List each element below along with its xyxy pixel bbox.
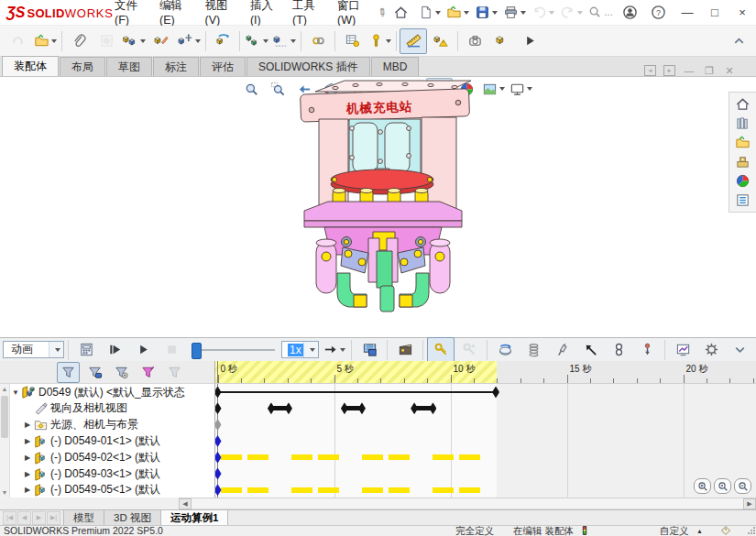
dropdown-caret-icon[interactable]	[499, 87, 505, 91]
tab-MBD[interactable]: MBD	[371, 57, 420, 76]
save-animation-icon[interactable]	[356, 337, 383, 363]
tab-布局[interactable]: 布局	[60, 57, 105, 76]
resize-grip[interactable]	[747, 526, 755, 534]
play-icon[interactable]	[129, 337, 157, 363]
dropdown-caret-icon[interactable]	[340, 348, 345, 352]
open-icon[interactable]	[444, 0, 471, 26]
edit-component-icon[interactable]	[148, 28, 175, 54]
zoom-fit-icon[interactable]	[238, 78, 264, 100]
speed-select[interactable]: 1x	[281, 341, 319, 358]
tab-评估[interactable]: 评估	[200, 57, 246, 76]
appearances-icon[interactable]	[729, 171, 756, 191]
calculate-icon[interactable]	[72, 337, 100, 363]
last-tab-icon[interactable]: ▶|	[47, 511, 60, 525]
dropdown-caret-icon[interactable]	[492, 11, 498, 15]
bottom-tab-3D 视图[interactable]: 3D 视图	[104, 510, 161, 525]
file-explorer-icon[interactable]	[729, 133, 756, 152]
expander-collapsed-icon[interactable]: ▶	[22, 437, 33, 445]
tree-scrollbar[interactable]: ▲ ▼	[0, 384, 10, 498]
spring-icon[interactable]	[520, 337, 547, 363]
tree-item[interactable]: ▶(-) D0549-02<1> (默认	[10, 449, 214, 465]
damper-icon[interactable]	[548, 337, 575, 363]
home-icon[interactable]	[387, 0, 414, 26]
dropdown-caret-icon[interactable]	[435, 11, 441, 15]
filter-selected-icon[interactable]	[137, 362, 159, 383]
mates-icon[interactable]	[304, 28, 332, 54]
dropdown-caret-icon[interactable]	[140, 39, 146, 43]
tab-SOLIDWORKS 插件[interactable]: SOLIDWORKS 插件	[247, 57, 370, 76]
first-tab-icon[interactable]: |◀	[3, 511, 16, 525]
show-hidden-components-icon[interactable]	[270, 28, 298, 54]
dropdown-caret-icon[interactable]	[290, 39, 296, 43]
motion-study-properties-icon[interactable]	[697, 337, 725, 363]
account-icon[interactable]	[616, 0, 643, 26]
motor-icon[interactable]	[491, 337, 519, 363]
doc-window-left-icon[interactable]: ◂	[644, 65, 656, 76]
view-palette-icon[interactable]	[729, 152, 756, 171]
bottom-tab-运动算例1[interactable]: 运动算例1	[160, 510, 228, 525]
tree-item[interactable]: ▶(-) D0549-05<1> (默认	[10, 482, 214, 498]
dropdown-caret-icon[interactable]	[520, 11, 526, 15]
expander-collapsed-icon[interactable]: ▶	[22, 454, 33, 462]
custom-properties-icon[interactable]	[729, 191, 756, 210]
next-tab-icon[interactable]: ▶	[32, 511, 46, 525]
new-document-icon[interactable]	[415, 0, 443, 26]
expander-collapsed-icon[interactable]: ▶	[22, 470, 33, 478]
force-icon[interactable]	[576, 337, 604, 363]
gravity-icon[interactable]	[633, 337, 661, 363]
dropdown-caret-icon[interactable]	[386, 39, 391, 43]
scrollbar-thumb[interactable]	[1, 396, 8, 438]
timeline-scrollbar[interactable]: ◀ ▶	[179, 498, 756, 509]
snapshot-icon[interactable]	[461, 28, 488, 54]
autokey-icon[interactable]	[427, 337, 455, 363]
timeline-tracks[interactable]	[215, 384, 756, 498]
expander-collapsed-icon[interactable]: ▶	[22, 486, 33, 494]
minimize-button[interactable]: —	[674, 1, 701, 25]
dropdown-caret-icon[interactable]	[464, 11, 469, 15]
toolbar-collapse-button[interactable]	[725, 28, 752, 54]
prev-tab-icon[interactable]: ◀	[17, 511, 31, 525]
rotate-component-icon[interactable]	[209, 28, 236, 54]
filter-all-icon[interactable]	[57, 362, 80, 383]
assembly-features-icon[interactable]	[338, 28, 366, 54]
scroll-right-icon[interactable]: ▶	[743, 498, 756, 509]
duration-bar[interactable]	[218, 391, 497, 393]
tag-icon[interactable]	[720, 525, 731, 536]
doc-restore-button[interactable]: ❐	[703, 65, 716, 76]
doc-minimize-button[interactable]: —	[683, 65, 696, 76]
model-3d-view[interactable]: 机械充电站	[291, 77, 475, 317]
maximize-button[interactable]: □	[701, 1, 729, 25]
zoom-area-icon[interactable]	[265, 78, 290, 100]
play-from-start-icon[interactable]	[101, 337, 128, 363]
close-button[interactable]: ×	[729, 1, 756, 25]
dropdown-caret-icon[interactable]	[527, 87, 532, 91]
filter-animated-icon[interactable]	[83, 362, 106, 383]
tree-item[interactable]: ▼D0549 (默认) <默认_显示状态	[10, 384, 214, 400]
timeline-zoom-fit-button[interactable]	[714, 478, 731, 494]
changed-bar[interactable]	[221, 487, 488, 493]
apply-scene-icon[interactable]	[480, 78, 507, 100]
custom-menu-arrow-icon[interactable]: ▲	[696, 526, 703, 536]
playback-mode-icon[interactable]	[320, 337, 347, 363]
tab-标注[interactable]: 标注	[153, 57, 199, 76]
attachment-icon[interactable]	[65, 28, 93, 54]
exploded-view-icon[interactable]	[243, 28, 270, 54]
animation-wizard-icon[interactable]	[391, 337, 419, 363]
view-settings-icon[interactable]	[508, 78, 534, 100]
help-icon[interactable]: ?	[644, 0, 672, 26]
bottom-tab-模型[interactable]: 模型	[63, 510, 104, 525]
dropdown-caret-icon[interactable]	[263, 39, 268, 43]
study-type-select[interactable]: 动画	[3, 341, 64, 358]
expander-expanded-icon[interactable]: ▼	[10, 388, 21, 397]
combo-arrow-icon[interactable]	[303, 342, 318, 357]
timeline-zoom-out-button[interactable]	[734, 478, 751, 494]
print-icon[interactable]	[500, 0, 528, 26]
graphics-area[interactable]: 机械充电站	[0, 77, 756, 337]
interference-detection-icon[interactable]: !	[427, 28, 455, 54]
dropdown-caret-icon[interactable]	[195, 39, 201, 43]
expander-collapsed-icon[interactable]: ▶	[22, 421, 33, 429]
doc-window-right-icon[interactable]: ▸	[663, 65, 675, 76]
doc-close-button[interactable]: ✕	[723, 65, 736, 76]
status-custom[interactable]: 自定义	[660, 526, 689, 536]
insert-components-icon[interactable]	[120, 28, 148, 54]
